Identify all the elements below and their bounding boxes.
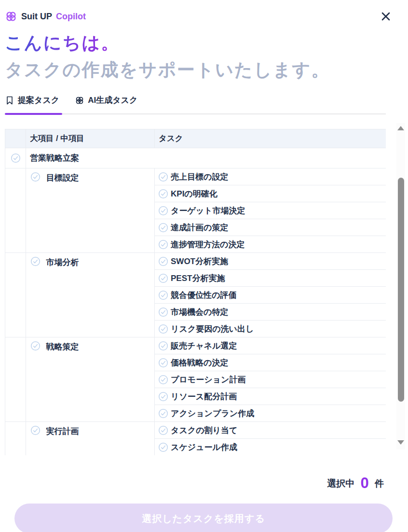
task-cell: SWOT分析実施 — [155, 253, 386, 270]
selection-count-value: 0 — [360, 475, 368, 491]
task-label: リスク要因の洗い出し — [171, 323, 254, 335]
checkbox-icon[interactable] — [158, 206, 168, 216]
checkbox-icon[interactable] — [158, 442, 168, 452]
group-checkbox-cell — [5, 148, 26, 168]
checkbox-icon[interactable] — [158, 239, 168, 250]
section-outer-cell — [5, 168, 26, 253]
selection-count-label: 選択中 — [327, 478, 354, 489]
category-label: 実行計画 — [45, 422, 155, 456]
category-checkbox-cell — [26, 253, 45, 337]
checkbox-icon[interactable] — [158, 223, 168, 233]
checkbox-icon[interactable] — [158, 358, 168, 368]
checkbox-icon[interactable] — [158, 273, 168, 283]
task-row: 戦略策定販売チャネル選定 — [5, 337, 386, 354]
checkbox-icon[interactable] — [158, 189, 168, 199]
section-outer-cell — [5, 253, 26, 337]
checkbox-icon[interactable] — [30, 341, 41, 351]
task-cell: 売上目標の設定 — [155, 168, 386, 185]
scroll-down-icon[interactable] — [397, 440, 404, 445]
task-label: KPIの明確化 — [171, 188, 218, 199]
category-checkbox-cell — [26, 337, 45, 422]
greeting-line2: タスクの作成をサポートいたします。 — [5, 58, 408, 82]
tab-suggested-tasks[interactable]: 提案タスク — [5, 95, 59, 113]
task-cell: 市場機会の特定 — [155, 304, 386, 321]
task-label: 達成計画の策定 — [171, 222, 228, 233]
task-label: 市場機会の特定 — [171, 307, 228, 318]
copilot-logo-icon — [75, 96, 84, 105]
task-cell: スケジュール作成 — [155, 439, 386, 456]
close-button[interactable] — [379, 10, 393, 23]
task-label: アクションプラン作成 — [171, 408, 254, 419]
checkbox-icon[interactable] — [158, 408, 168, 419]
adopt-selected-tasks-button[interactable]: 選択したタスクを採用する — [14, 504, 393, 532]
task-cell: KPIの明確化 — [155, 185, 386, 202]
task-label: SWOT分析実施 — [171, 256, 228, 267]
category-checkbox-cell — [26, 422, 45, 456]
task-cell: 販売チャネル選定 — [155, 337, 386, 354]
checkbox-icon[interactable] — [158, 324, 168, 334]
tab-ai-generated-tasks[interactable]: AI生成タスク — [75, 95, 137, 113]
checkbox-icon[interactable] — [30, 425, 41, 435]
selection-count-unit: 件 — [375, 478, 384, 489]
topbar: Suit UP Copilot — [5, 10, 408, 23]
task-label: リソース配分計画 — [171, 391, 237, 402]
task-label: 価格戦略の決定 — [171, 357, 228, 368]
task-label: タスクの割り当て — [171, 425, 237, 436]
column-checkbox-header — [5, 129, 26, 148]
task-cell: リソース配分計画 — [155, 388, 386, 405]
task-row: 目標設定売上目標の設定 — [5, 168, 386, 185]
category-label: 戦略策定 — [45, 337, 155, 422]
task-cell: アクションプラン作成 — [155, 405, 386, 422]
section-outer-cell — [5, 422, 26, 456]
category-label: 目標設定 — [45, 168, 155, 253]
task-label: 進捗管理方法の決定 — [171, 239, 245, 250]
task-cell: 価格戦略の決定 — [155, 354, 386, 371]
category-checkbox-cell — [26, 168, 45, 253]
column-task-header: タスク — [155, 129, 386, 148]
group-label: 営業戦略立案 — [26, 148, 386, 168]
table-header-row: 大項目 / 中項目 タスク — [5, 129, 386, 148]
task-row: 実行計画タスクの割り当て — [5, 422, 386, 439]
tab-label: 提案タスク — [18, 95, 59, 106]
column-category-header: 大項目 / 中項目 — [26, 129, 155, 148]
checkbox-icon[interactable] — [158, 375, 168, 385]
checkbox-icon[interactable] — [11, 153, 21, 163]
bookmark-icon — [5, 96, 14, 105]
checkbox-icon[interactable] — [158, 341, 168, 351]
scroll-up-icon[interactable] — [397, 126, 404, 130]
checkbox-icon[interactable] — [158, 256, 168, 266]
checkbox-icon[interactable] — [158, 290, 168, 300]
table-scrollbar[interactable] — [396, 123, 405, 449]
task-cell: タスクの割り当て — [155, 422, 386, 439]
checkbox-icon[interactable] — [30, 172, 41, 182]
task-cell: リスク要因の洗い出し — [155, 321, 386, 337]
tab-bar: 提案タスク AI生成タスク — [5, 95, 386, 114]
brand-suffix: Copilot — [56, 12, 86, 22]
task-label: スケジュール作成 — [171, 442, 237, 453]
greeting-line1: こんにちは。 — [5, 31, 120, 55]
section-outer-cell — [5, 337, 26, 422]
task-row: 市場分析SWOT分析実施 — [5, 253, 386, 270]
task-cell: ターゲット市場決定 — [155, 202, 386, 219]
close-icon — [380, 11, 392, 22]
checkbox-icon[interactable] — [158, 307, 168, 317]
task-label: 売上目標の設定 — [171, 171, 228, 182]
checkbox-icon[interactable] — [158, 425, 168, 435]
brand: Suit UP Copilot — [5, 10, 86, 23]
task-table-body: 営業戦略立案目標設定売上目標の設定KPIの明確化ターゲット市場決定達成計画の策定… — [5, 148, 386, 456]
task-cell: 競合優位性の評価 — [155, 287, 386, 304]
copilot-panel: Suit UP Copilot こんにちは。 タスクの作成をサポートいたします。… — [0, 0, 408, 532]
task-cell: PEST分析実施 — [155, 270, 386, 287]
selection-count: 選択中 0 件 — [5, 475, 386, 492]
task-table: 大項目 / 中項目 タスク 営業戦略立案目標設定売上目標の設定KPIの明確化ター… — [5, 129, 386, 455]
scrollbar-thumb[interactable] — [398, 178, 404, 402]
task-label: 競合優位性の評価 — [171, 290, 236, 301]
group-row: 営業戦略立案 — [5, 148, 386, 168]
checkbox-icon[interactable] — [30, 256, 41, 266]
checkbox-icon[interactable] — [158, 172, 168, 182]
task-table-viewport: 大項目 / 中項目 タスク 営業戦略立案目標設定売上目標の設定KPIの明確化ター… — [5, 129, 386, 455]
tab-label: AI生成タスク — [88, 95, 137, 106]
category-label: 市場分析 — [45, 253, 155, 337]
task-cell: プロモーション計画 — [155, 371, 386, 388]
checkbox-icon[interactable] — [158, 392, 168, 402]
